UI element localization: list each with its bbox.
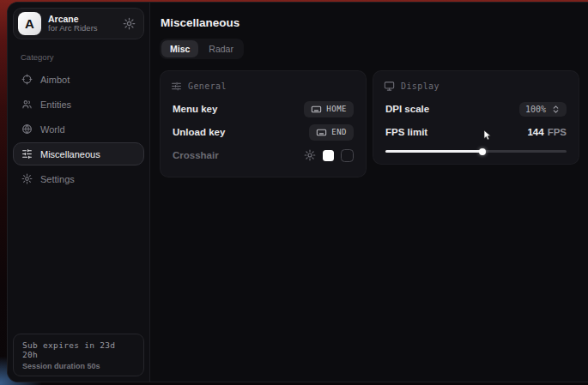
unload-key-button[interactable]: END xyxy=(309,124,354,141)
tab-misc[interactable]: Misc xyxy=(161,40,198,57)
sidebar-item-label: Miscellaneous xyxy=(40,149,100,159)
chevrons-up-down-icon xyxy=(551,105,561,114)
main-content: Miscellaneous Misc Radar General xyxy=(150,3,588,382)
crosshair-checkbox[interactable] xyxy=(341,149,354,162)
gear-icon xyxy=(21,173,33,184)
fps-limit-label: FPS limit xyxy=(385,127,427,137)
fps-slider-thumb[interactable] xyxy=(479,148,486,155)
misc-icon xyxy=(21,148,33,159)
globe-icon xyxy=(21,123,33,135)
brand-settings-icon[interactable] xyxy=(123,17,136,30)
entities-icon xyxy=(21,99,33,110)
menu-key-label: Menu key xyxy=(173,104,217,114)
fps-limit-slider[interactable] xyxy=(385,150,567,153)
unload-key-label: Unload key xyxy=(173,127,225,137)
sidebar-item-label: World xyxy=(40,124,65,135)
sidebar-item-label: Entities xyxy=(40,99,71,110)
sidebar: A Arcane for Arc Riders Category xyxy=(8,3,150,382)
tab-bar: Misc Radar xyxy=(160,39,244,59)
sidebar-item-miscellaneous[interactable]: Miscellaneous xyxy=(13,142,144,165)
crosshair-icon xyxy=(21,74,33,85)
page-title: Miscellaneous xyxy=(161,16,579,29)
menu-key-row: Menu key HOME xyxy=(173,99,354,119)
sidebar-item-label: Settings xyxy=(40,174,75,184)
tab-radar[interactable]: Radar xyxy=(200,40,242,57)
sidebar-item-aimbot[interactable]: Aimbot xyxy=(13,68,144,91)
fps-slider-fill xyxy=(385,150,482,153)
unload-key-row: Unload key END xyxy=(173,122,354,142)
general-panel: General Menu key HOME Unload key xyxy=(160,70,367,177)
crosshair-label: Crosshair xyxy=(173,150,219,160)
fps-limit-row: FPS limit 144FPS xyxy=(385,122,567,142)
monitor-icon xyxy=(384,81,395,92)
subscription-card: Sub expires in 23d 20h Session duration … xyxy=(13,334,144,376)
dpi-scale-label: DPI scale xyxy=(385,104,429,114)
category-label: Category xyxy=(21,52,144,62)
general-panel-title: General xyxy=(188,81,227,91)
brand-tagline: for Arc Riders xyxy=(48,24,98,33)
display-panel: Display DPI scale 100% FPS limit xyxy=(373,70,579,165)
brand-logo: A xyxy=(18,12,41,35)
sidebar-item-settings[interactable]: Settings xyxy=(13,167,144,190)
crosshair-color-swatch[interactable] xyxy=(323,150,334,161)
sub-expiry-text: Sub expires in 23d 20h xyxy=(22,340,135,359)
crosshair-row: Crosshair xyxy=(173,145,354,165)
session-duration-text: Session duration 50s xyxy=(22,362,135,370)
dpi-scale-select[interactable]: 100% xyxy=(519,102,567,117)
brand-card: A Arcane for Arc Riders xyxy=(13,8,144,39)
sliders-icon xyxy=(171,81,182,92)
sidebar-nav: Aimbot Entities World xyxy=(13,68,144,190)
fps-limit-value: 144FPS xyxy=(527,127,567,137)
display-panel-title: Display xyxy=(401,81,439,91)
crosshair-settings-icon[interactable] xyxy=(304,149,316,161)
keyboard-icon xyxy=(311,104,322,115)
dpi-scale-row: DPI scale 100% xyxy=(385,99,567,119)
sidebar-item-label: Aimbot xyxy=(40,75,70,85)
keyboard-icon xyxy=(316,127,327,138)
sidebar-item-entities[interactable]: Entities xyxy=(13,93,144,116)
app-window: A Arcane for Arc Riders Category xyxy=(7,2,588,382)
panels-row: General Menu key HOME Unload key xyxy=(160,70,579,177)
sidebar-item-world[interactable]: World xyxy=(13,117,144,141)
menu-key-button[interactable]: HOME xyxy=(304,101,354,117)
